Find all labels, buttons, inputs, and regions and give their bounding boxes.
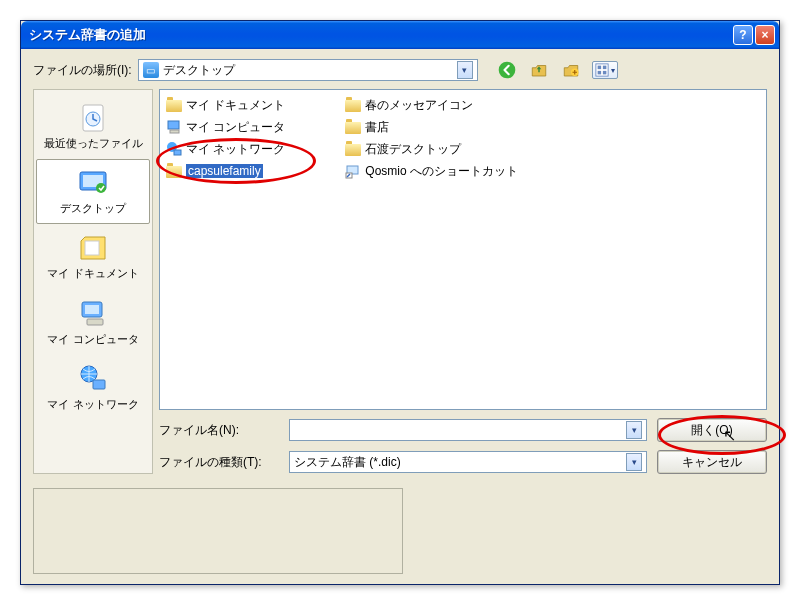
file-column-2: 春のメッセアイコン 書店 石渡デスクトップ Qosmio へのショート bbox=[345, 96, 518, 180]
folder-icon bbox=[345, 119, 361, 135]
filename-input[interactable]: ▾ bbox=[289, 419, 647, 441]
cursor-icon: ↖ bbox=[723, 426, 736, 445]
file-list[interactable]: マイ ドキュメント マイ コンピュータ マイ ネットワーク capsu bbox=[159, 89, 767, 410]
svg-rect-6 bbox=[603, 71, 607, 75]
my-computer-icon bbox=[166, 119, 182, 135]
svg-rect-18 bbox=[168, 121, 179, 129]
list-item[interactable]: 春のメッセアイコン bbox=[345, 96, 518, 114]
chevron-down-icon[interactable]: ▾ bbox=[457, 61, 473, 79]
my-computer-icon bbox=[77, 297, 109, 329]
places-desktop-label: デスクトップ bbox=[39, 202, 147, 215]
title-bar: システム辞書の追加 ? × bbox=[21, 21, 779, 49]
filename-label: ファイル名(N): bbox=[159, 422, 279, 439]
svg-rect-21 bbox=[174, 150, 181, 155]
create-new-folder-button[interactable] bbox=[560, 59, 582, 81]
svg-rect-15 bbox=[87, 319, 103, 325]
folder-icon bbox=[345, 97, 361, 113]
svg-rect-19 bbox=[170, 130, 179, 133]
close-button[interactable]: × bbox=[755, 25, 775, 45]
list-item[interactable]: マイ ドキュメント bbox=[166, 96, 285, 114]
places-my-documents-label: マイ ドキュメント bbox=[39, 267, 147, 280]
help-button[interactable]: ? bbox=[733, 25, 753, 45]
places-desktop[interactable]: デスクトップ bbox=[36, 159, 150, 224]
places-recent-label: 最近使ったファイル bbox=[39, 137, 147, 150]
preview-pane bbox=[33, 488, 403, 574]
my-documents-icon bbox=[77, 231, 109, 263]
svg-rect-4 bbox=[603, 66, 607, 70]
views-button[interactable]: ▾ bbox=[592, 61, 618, 79]
list-item[interactable]: 石渡デスクトップ bbox=[345, 140, 518, 158]
my-network-icon bbox=[166, 141, 182, 157]
chevron-down-icon: ▾ bbox=[611, 66, 615, 75]
places-my-documents[interactable]: マイ ドキュメント bbox=[36, 224, 150, 289]
list-item-selected[interactable]: capsulefamily bbox=[166, 162, 285, 180]
places-my-network-label: マイ ネットワーク bbox=[39, 398, 147, 411]
list-item[interactable]: Qosmio へのショートカット bbox=[345, 162, 518, 180]
my-network-icon bbox=[77, 362, 109, 394]
look-in-combo[interactable]: ▭ デスクトップ ▾ bbox=[138, 59, 478, 81]
list-item[interactable]: マイ ネットワーク bbox=[166, 140, 285, 158]
desktop-icon: ▭ bbox=[143, 62, 159, 78]
open-button[interactable]: 開く(O) bbox=[657, 418, 767, 442]
folder-icon bbox=[345, 141, 361, 157]
chevron-down-icon[interactable]: ▾ bbox=[626, 453, 642, 471]
up-one-level-button[interactable] bbox=[528, 59, 550, 81]
svg-point-0 bbox=[498, 62, 515, 79]
look-in-label: ファイルの場所(I): bbox=[33, 62, 132, 79]
back-button[interactable] bbox=[496, 59, 518, 81]
svg-rect-14 bbox=[85, 305, 99, 314]
list-item[interactable]: マイ コンピュータ bbox=[166, 118, 285, 136]
desktop-icon bbox=[77, 166, 109, 198]
places-my-computer[interactable]: マイ コンピュータ bbox=[36, 290, 150, 355]
places-my-network[interactable]: マイ ネットワーク bbox=[36, 355, 150, 420]
dialog-title: システム辞書の追加 bbox=[29, 26, 731, 44]
svg-rect-17 bbox=[93, 380, 105, 389]
svg-rect-12 bbox=[85, 241, 99, 255]
filetype-label: ファイルの種類(T): bbox=[159, 454, 279, 471]
svg-point-11 bbox=[96, 183, 106, 193]
look-in-value: デスクトップ bbox=[163, 62, 235, 79]
svg-rect-5 bbox=[597, 71, 601, 75]
file-column-1: マイ ドキュメント マイ コンピュータ マイ ネットワーク capsu bbox=[166, 96, 285, 180]
list-item[interactable]: 書店 bbox=[345, 118, 518, 136]
places-recent[interactable]: 最近使ったファイル bbox=[36, 94, 150, 159]
recent-icon bbox=[77, 101, 109, 133]
folder-icon bbox=[166, 163, 182, 179]
shortcut-icon bbox=[345, 163, 361, 179]
places-my-computer-label: マイ コンピュータ bbox=[39, 333, 147, 346]
svg-rect-3 bbox=[597, 66, 601, 70]
chevron-down-icon[interactable]: ▾ bbox=[626, 421, 642, 439]
filetype-combo[interactable]: システム辞書 (*.dic) ▾ bbox=[289, 451, 647, 473]
cancel-button[interactable]: キャンセル bbox=[657, 450, 767, 474]
places-bar: 最近使ったファイル デスクトップ マイ ドキュメント bbox=[33, 89, 153, 474]
folder-icon bbox=[166, 97, 182, 113]
file-open-dialog: システム辞書の追加 ? × ファイルの場所(I): ▭ デスクトップ ▾ bbox=[20, 20, 780, 585]
